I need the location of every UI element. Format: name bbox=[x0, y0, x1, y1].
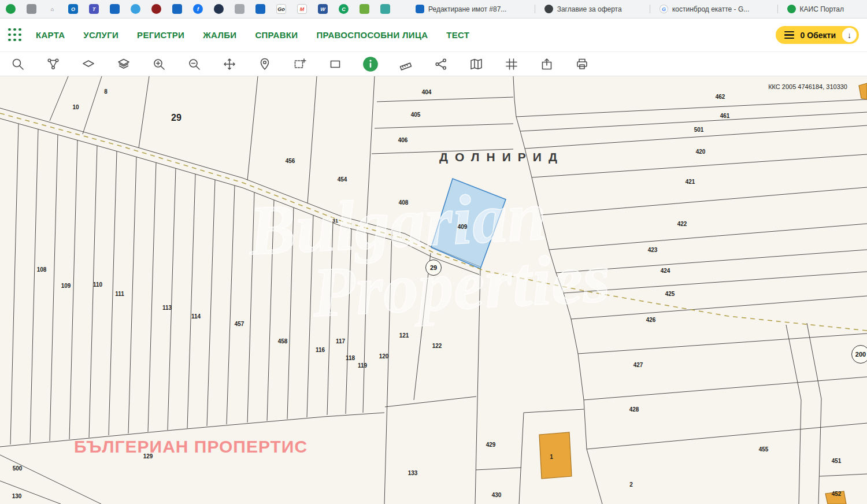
bookmark-favicon-icon[interactable] bbox=[110, 4, 120, 14]
export-icon bbox=[540, 57, 554, 71]
bookmark-favicon-icon[interactable]: W bbox=[318, 4, 328, 14]
pan-icon bbox=[223, 57, 236, 71]
bookmark-item-label: Заглавие за оферта bbox=[557, 5, 622, 13]
bookmark-item-favicon-icon: G bbox=[659, 5, 668, 13]
bookmark-item-label: Редактиране имот #87... bbox=[428, 5, 506, 13]
tool-location[interactable] bbox=[253, 54, 276, 75]
objects-button[interactable]: 0 Обекти ↓ bbox=[776, 26, 859, 44]
nav-menu-item[interactable]: КАРТА bbox=[36, 30, 65, 40]
bookmark-item-favicon-icon bbox=[787, 5, 796, 13]
bookmark-favicon-icon[interactable] bbox=[6, 4, 16, 14]
tool-select-area[interactable] bbox=[288, 54, 312, 75]
bookmark-favicon-icon[interactable]: Go bbox=[276, 4, 286, 14]
tool-pan[interactable] bbox=[217, 54, 241, 75]
info-icon bbox=[362, 56, 379, 72]
tool-search[interactable] bbox=[6, 54, 29, 75]
bookmark-favicon-icon[interactable]: O bbox=[68, 4, 78, 14]
objects-count-label: 0 Обекти bbox=[801, 31, 836, 40]
bookmark-items: Редактиране имот #87... Заглавие за офер… bbox=[396, 5, 861, 13]
bookmark-item-favicon-icon bbox=[416, 5, 424, 13]
select-area-icon bbox=[293, 57, 307, 71]
nav-menu-item[interactable]: ПРАВОСПОСОБНИ ЛИЦА bbox=[316, 30, 428, 40]
bookmark-item[interactable]: КАИС Портал bbox=[777, 5, 853, 13]
tool-measure[interactable] bbox=[394, 54, 417, 75]
bookmark-favicon-icon[interactable] bbox=[214, 4, 224, 14]
tool-intersection[interactable] bbox=[499, 54, 523, 75]
zoom-in-icon bbox=[152, 57, 166, 71]
bookmark-favicons: ⌂ O T f Go M W C bbox=[6, 4, 396, 14]
bookmark-favicon-icon[interactable]: M bbox=[297, 4, 307, 14]
folded-map-icon bbox=[469, 57, 483, 71]
bookmark-item[interactable]: G костинброд екатте - G... bbox=[650, 5, 758, 13]
hamburger-icon bbox=[784, 31, 794, 39]
tool-zoom-in[interactable] bbox=[147, 54, 171, 75]
nav-menu-item[interactable]: ЖАЛБИ bbox=[203, 30, 236, 40]
bookmark-favicon-icon[interactable] bbox=[172, 4, 182, 14]
tool-topology[interactable] bbox=[41, 54, 65, 75]
main-nav-bar: КАРТА УСЛУГИ РЕГИСТРИ ЖАЛБИ СПРАВКИ ПРАВ… bbox=[0, 18, 867, 52]
bookmark-favicon-icon[interactable] bbox=[151, 4, 161, 14]
bookmark-favicon-icon[interactable]: T bbox=[89, 4, 99, 14]
search-icon bbox=[11, 57, 25, 71]
nav-menu-item[interactable]: УСЛУГИ bbox=[83, 30, 118, 40]
bookmark-favicon-icon[interactable] bbox=[27, 4, 36, 14]
bookmark-favicon-icon[interactable]: C bbox=[339, 4, 349, 14]
bookmark-item-label: костинброд екатте - G... bbox=[672, 5, 749, 13]
grid-intersection-icon bbox=[505, 57, 518, 71]
download-arrow-icon[interactable]: ↓ bbox=[842, 28, 857, 42]
bookmark-item[interactable]: Редактиране имот #87... bbox=[406, 5, 516, 13]
brand-watermark-text: БЪЛГЕРИАН ПРОПЕРТИС bbox=[74, 437, 307, 457]
measure-ruler-icon bbox=[399, 57, 413, 71]
location-pin-icon bbox=[258, 57, 272, 71]
layer-icon bbox=[81, 57, 95, 71]
tool-layer[interactable] bbox=[76, 54, 100, 75]
zoom-out-icon bbox=[187, 57, 201, 71]
place-name-label: ДОЛНИРИД bbox=[439, 150, 564, 164]
bookmark-favicon-icon[interactable] bbox=[235, 4, 244, 14]
nav-menu: КАРТА УСЛУГИ РЕГИСТРИ ЖАЛБИ СПРАВКИ ПРАВ… bbox=[36, 30, 469, 40]
bookmark-favicon-icon[interactable] bbox=[255, 4, 265, 14]
tool-zoom-out[interactable] bbox=[182, 54, 206, 75]
bookmark-item[interactable]: Заглавие за оферта bbox=[535, 5, 631, 13]
watermark-line2: Properties bbox=[310, 238, 612, 332]
nav-menu-item[interactable]: ТЕСТ bbox=[446, 30, 469, 40]
crs-coordinates-label: ККС 2005 4746184, 310330 bbox=[768, 83, 847, 90]
bookmark-item-label: КАИС Портал bbox=[800, 5, 844, 13]
tool-export[interactable] bbox=[535, 54, 558, 75]
share-nodes-icon bbox=[434, 57, 448, 71]
nav-menu-item[interactable]: РЕГИСТРИ bbox=[137, 30, 184, 40]
topology-icon bbox=[46, 57, 60, 71]
map-toolbar bbox=[0, 52, 867, 76]
bookmark-favicon-icon[interactable] bbox=[360, 4, 369, 14]
tool-layers[interactable] bbox=[112, 54, 135, 75]
apps-grid-icon[interactable] bbox=[8, 28, 22, 42]
bookmark-favicon-icon[interactable] bbox=[380, 4, 390, 14]
bookmark-item-favicon-icon bbox=[544, 5, 553, 13]
bookmark-favicon-icon[interactable]: f bbox=[193, 4, 203, 14]
select-box-icon bbox=[328, 57, 342, 71]
bookmark-favicon-icon[interactable]: ⌂ bbox=[47, 4, 57, 14]
tool-share-nodes[interactable] bbox=[429, 54, 453, 75]
tool-print[interactable] bbox=[570, 54, 594, 75]
layers-icon bbox=[117, 57, 131, 71]
tool-select-box[interactable] bbox=[323, 54, 347, 75]
bookmark-favicon-icon[interactable] bbox=[131, 4, 140, 14]
map-canvas[interactable]: Bulgarian Properties 8 10 29 404 405 406… bbox=[0, 76, 867, 504]
print-icon bbox=[575, 57, 589, 71]
tool-map[interactable] bbox=[464, 54, 488, 75]
bookmarks-bar: ⌂ O T f Go M W C bbox=[0, 0, 867, 18]
nav-menu-item[interactable]: СПРАВКИ bbox=[255, 30, 298, 40]
tool-info[interactable] bbox=[358, 54, 382, 75]
